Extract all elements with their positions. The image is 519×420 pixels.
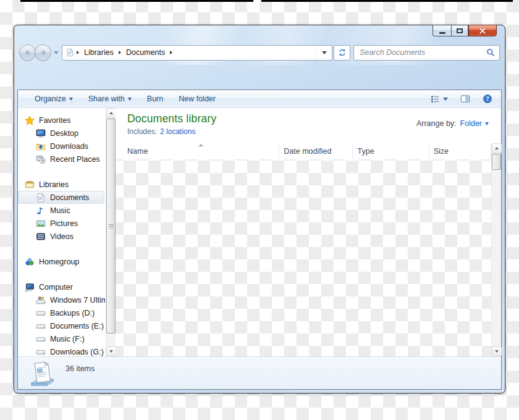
search-box[interactable] [353, 45, 500, 61]
sidebar-scrollbar[interactable] [106, 108, 116, 356]
column-header-date-modified[interactable]: Date modified [279, 143, 352, 159]
column-header-label: Name [127, 147, 148, 156]
sidebar-item-label: Documents (E:) [50, 322, 104, 330]
sidebar-item-label: Favorites [39, 116, 70, 125]
sidebar-item-label: Downloads [50, 142, 88, 151]
sidebar-item-music[interactable]: Music [18, 204, 106, 217]
desktop-icon [36, 128, 46, 138]
sidebar-item-libraries[interactable]: Libraries [18, 178, 106, 191]
includes-label: Includes: [127, 127, 157, 136]
window-glass-area: LibrariesDocuments [14, 25, 505, 65]
sidebar-item-documents[interactable]: Documents [18, 191, 104, 204]
image-border-mark [261, 0, 513, 2]
address-dropdown-button[interactable] [316, 46, 332, 60]
sidebar-section-computer: ComputerWindows 7 UltimBackups (D:)Docum… [18, 280, 106, 356]
breadcrumb: LibrariesDocuments [74, 48, 175, 57]
forward-button[interactable] [35, 44, 51, 61]
recent-pages-dropdown[interactable] [54, 51, 59, 54]
breadcrumb-item-documents[interactable]: Documents [124, 48, 167, 57]
sidebar-section-libraries: LibrariesDocumentsMusicPicturesVideos [18, 178, 106, 243]
svg-text:?: ? [486, 95, 489, 102]
sidebar-item-downloads-g-[interactable]: Downloads (G:) [18, 345, 106, 356]
breadcrumb-item-libraries[interactable]: Libraries [82, 48, 116, 57]
sidebar-item-label: Music (F:) [50, 335, 85, 343]
refresh-button[interactable] [334, 45, 350, 61]
scroll-up-button[interactable] [106, 108, 116, 118]
sidebar-item-pictures[interactable]: Pictures [18, 217, 106, 230]
sidebar-item-favorites[interactable]: Favorites [18, 114, 106, 127]
views-icon [430, 94, 440, 104]
toolbar-button-new-folder[interactable]: New folder [173, 92, 221, 106]
preview-pane-button[interactable] [458, 92, 473, 106]
sidebar-item-computer[interactable]: Computer [18, 280, 106, 293]
document-icon [36, 193, 46, 203]
preview-pane-icon [460, 94, 470, 104]
sidebar-section-favorites: FavoritesDesktopDownloadsRecent Places [18, 114, 106, 166]
libraries-icon [25, 180, 35, 190]
sidebar-item-videos[interactable]: Videos [18, 230, 106, 243]
close-icon [479, 27, 486, 35]
locations-link[interactable]: 2 locations [160, 127, 195, 136]
navigation-bar: LibrariesDocuments [14, 40, 505, 65]
scrollbar-thumb[interactable] [106, 119, 116, 334]
sidebar-item-label: Music [50, 206, 70, 215]
triangle-down-icon [495, 350, 499, 353]
sidebar-item-label: Homegroup [39, 258, 79, 266]
toolbar-button-label: Share with [88, 94, 125, 103]
sidebar-item-label: Recent Places [50, 155, 100, 164]
sidebar-item-label: Documents [50, 193, 89, 202]
back-button[interactable] [19, 44, 36, 61]
scrollbar-thumb[interactable] [492, 154, 501, 170]
help-button[interactable]: ? [480, 92, 495, 106]
file-list-area[interactable] [116, 159, 501, 356]
toolbar-button-share-with[interactable]: Share with [83, 92, 137, 106]
minimize-button[interactable] [432, 25, 451, 36]
sidebar-item-recent-places[interactable]: Recent Places [18, 153, 106, 166]
star-icon [25, 116, 35, 125]
sidebar-item-label: Backups (D:) [50, 309, 95, 317]
recent-places-icon [36, 154, 46, 164]
file-list-pane: Documents library Includes:2 locations A… [116, 108, 501, 356]
sidebar-item-backups-d-[interactable]: Backups (D:) [18, 306, 106, 319]
search-input[interactable] [358, 48, 486, 57]
chevron-down-icon [69, 98, 73, 101]
triangle-up-icon [495, 147, 499, 149]
address-bar[interactable]: LibrariesDocuments [62, 45, 332, 61]
arrange-by-value: Folder [460, 119, 482, 128]
sidebar-item-homegroup[interactable]: Homegroup [18, 255, 106, 268]
window-controls [432, 25, 497, 36]
arrange-by-label: Arrange by: [416, 119, 457, 128]
sidebar-item-music-f-[interactable]: Music (F:) [18, 332, 106, 345]
sidebar-item-downloads[interactable]: Downloads [18, 140, 106, 153]
details-pane: 36 items [18, 356, 501, 389]
toolbar-button-burn[interactable]: Burn [141, 92, 169, 106]
chevron-down-icon [485, 122, 489, 125]
sidebar-item-desktop[interactable]: Desktop [18, 127, 106, 140]
document-icon [65, 48, 74, 57]
scroll-down-button[interactable] [106, 346, 116, 356]
column-header-name[interactable]: Name [123, 143, 279, 159]
sidebar-item-label: Pictures [50, 219, 78, 228]
list-scrollbar[interactable] [491, 143, 501, 356]
sidebar-section-homegroup: Homegroup [18, 255, 106, 268]
library-header: Documents library Includes:2 locations A… [116, 108, 501, 143]
toolbar-button-label: Organize [35, 94, 66, 103]
sidebar-item-documents-e-[interactable]: Documents (E:) [18, 319, 106, 332]
views-button[interactable] [428, 92, 450, 106]
column-header-type[interactable]: Type [352, 143, 428, 159]
arrange-by-dropdown[interactable]: Folder [460, 119, 489, 128]
maximize-button[interactable] [451, 25, 468, 36]
scroll-down-button[interactable] [492, 346, 502, 356]
close-button[interactable] [468, 25, 497, 36]
sidebar-item-windows-7-ultim[interactable]: Windows 7 Ultim [18, 293, 106, 306]
maximize-icon [457, 28, 463, 33]
videos-icon [36, 232, 46, 242]
column-header-label: Type [357, 147, 374, 156]
chevron-down-icon [128, 98, 132, 101]
toolbar-button-organize[interactable]: Organize [29, 92, 78, 106]
column-header-size[interactable]: Size [429, 143, 491, 159]
chevron-down-icon [54, 51, 59, 54]
scroll-up-button[interactable] [492, 143, 502, 153]
column-header-label: Size [434, 147, 449, 156]
image-border-mark [20, 0, 253, 2]
